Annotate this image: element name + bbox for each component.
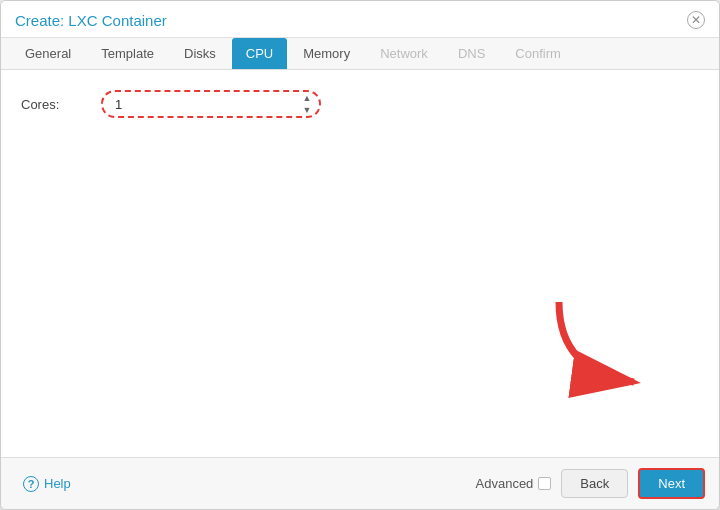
cores-label: Cores: — [21, 97, 101, 112]
tab-disks[interactable]: Disks — [170, 38, 230, 69]
cores-field-row: Cores: ▲ ▼ — [21, 90, 699, 118]
advanced-checkbox[interactable] — [538, 477, 551, 490]
cores-increment-button[interactable]: ▲ — [299, 93, 315, 104]
cores-input-wrapper: ▲ ▼ — [101, 90, 321, 118]
cores-input[interactable] — [101, 90, 321, 118]
advanced-text: Advanced — [476, 476, 534, 491]
cores-spinner: ▲ ▼ — [299, 93, 315, 116]
tab-confirm: Confirm — [501, 38, 575, 69]
tab-memory[interactable]: Memory — [289, 38, 364, 69]
next-button[interactable]: Next — [638, 468, 705, 499]
close-button[interactable]: ✕ — [687, 11, 705, 29]
tab-dns: DNS — [444, 38, 499, 69]
footer-right: Advanced Back Next — [476, 468, 705, 499]
help-icon: ? — [23, 476, 39, 492]
title-bar: Create: LXC Container ✕ — [1, 1, 719, 38]
red-arrow-icon — [539, 292, 659, 402]
advanced-label[interactable]: Advanced — [476, 476, 552, 491]
footer: ? Help Advanced Back Next — [1, 457, 719, 509]
tab-bar: General Template Disks CPU Memory Networ… — [1, 38, 719, 70]
cores-decrement-button[interactable]: ▼ — [299, 105, 315, 116]
tab-network: Network — [366, 38, 442, 69]
help-button[interactable]: ? Help — [15, 472, 79, 496]
main-content: Cores: ▲ ▼ — [1, 70, 719, 457]
create-lxc-dialog: Create: LXC Container ✕ General Template… — [0, 0, 720, 510]
tab-template[interactable]: Template — [87, 38, 168, 69]
tab-cpu[interactable]: CPU — [232, 38, 287, 69]
help-label: Help — [44, 476, 71, 491]
back-button[interactable]: Back — [561, 469, 628, 498]
close-icon: ✕ — [691, 14, 701, 26]
dialog-title: Create: LXC Container — [15, 12, 167, 29]
tab-general[interactable]: General — [11, 38, 85, 69]
